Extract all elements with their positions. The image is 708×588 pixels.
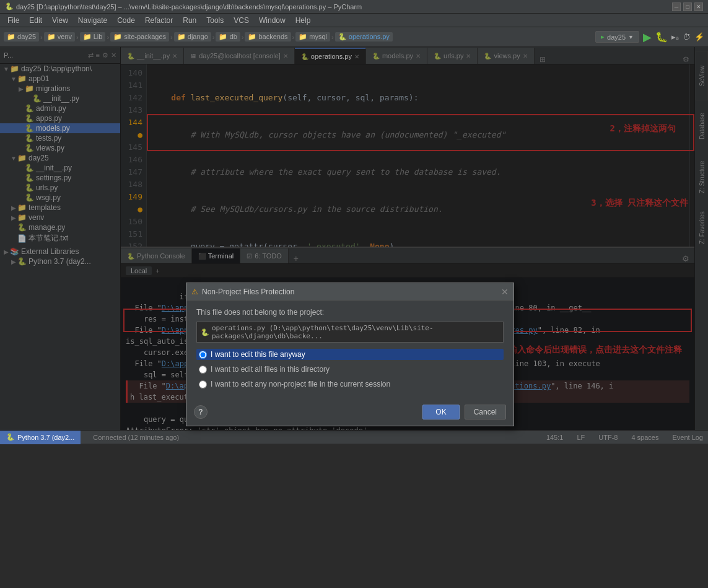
breadcrumb-sep6: › — [242, 33, 244, 41]
breadcrumb-site[interactable]: 📁 site-packages — [110, 32, 169, 42]
menu-refactor[interactable]: Refactor — [140, 15, 178, 26]
breadcrumb-venv[interactable]: 📁 venv — [44, 32, 75, 42]
breadcrumb-sep8: › — [331, 33, 334, 41]
dialog-title-bar: ⚠ Non-Project Files Protection ✕ — [186, 283, 514, 301]
dialog-footer: ? OK Cancel — [186, 401, 514, 426]
dialog-title-text: Non-Project Files Protection — [202, 287, 294, 296]
dialog-cancel-button[interactable]: Cancel — [465, 405, 506, 419]
status-connected[interactable]: Connected (12 minutes ago) — [93, 434, 179, 441]
file-path-text: operations.py (D:\app\python\test\day25\… — [212, 324, 499, 340]
menu-file[interactable]: File — [2, 15, 24, 26]
debug-button[interactable]: 🐛 — [655, 31, 668, 43]
radio-label-3: I want to edit any non-project file in t… — [211, 380, 390, 388]
profile-button[interactable]: ⏱ — [683, 32, 691, 42]
dialog-file-path: 🐍 operations.py (D:\app\python\test\day2… — [196, 322, 504, 343]
breadcrumb-sep2: › — [76, 33, 79, 41]
run-button[interactable]: ▶ — [643, 30, 652, 44]
radio-input-2[interactable] — [199, 366, 207, 374]
menu-tools[interactable]: Tools — [201, 15, 229, 26]
dialog: ⚠ Non-Project Files Protection ✕ This fi… — [186, 283, 514, 426]
breadcrumb-lib[interactable]: 📁 Lib — [80, 32, 106, 42]
menu-edit[interactable]: Edit — [24, 15, 47, 26]
dialog-description: This file does not belong to the project… — [196, 308, 504, 317]
status-indent[interactable]: 4 spaces — [631, 434, 658, 441]
more-actions-button[interactable]: ⚡ — [694, 32, 704, 42]
breadcrumb-sep1: › — [40, 33, 43, 41]
breadcrumb-operations[interactable]: 🐍 operations.py — [335, 32, 393, 42]
breadcrumb-day25[interactable]: 📁 day25 — [4, 32, 39, 42]
close-btn[interactable]: ✕ — [694, 2, 703, 11]
breadcrumb-sep7: › — [292, 33, 295, 41]
menu-run[interactable]: Run — [178, 15, 201, 26]
toolbar-breadcrumbs: 📁 day25 › 📁 venv › 📁 Lib › 📁 site-packag… — [4, 32, 593, 42]
menu-bar: File Edit View Navigate Code Refactor Ru… — [0, 14, 708, 27]
breadcrumb-django[interactable]: 📁 django — [174, 32, 211, 42]
dialog-title-icon: ⚠ — [191, 287, 198, 296]
toolbar: 📁 day25 › 📁 venv › 📁 Lib › 📁 site-packag… — [0, 27, 708, 47]
dialog-body: This file does not belong to the project… — [186, 301, 514, 401]
dialog-close-button[interactable]: ✕ — [501, 287, 509, 297]
radio-label-1: I want to edit this file anyway — [211, 350, 305, 359]
app-icon: 🐍 — [5, 2, 14, 11]
breadcrumb-sep3: › — [107, 33, 109, 41]
menu-navigate[interactable]: Navigate — [73, 15, 112, 26]
status-encoding[interactable]: UTF-8 — [598, 434, 618, 441]
radio-option-3[interactable]: I want to edit any non-project file in t… — [196, 379, 504, 390]
radio-option-2[interactable]: I want to edit all files in this directo… — [196, 364, 504, 375]
radio-label-2: I want to edit all files in this directo… — [211, 365, 330, 374]
file-path-icon: 🐍 — [201, 328, 209, 336]
window-controls: ─ □ ✕ — [672, 2, 703, 11]
menu-vcs[interactable]: VCS — [229, 15, 254, 26]
status-console-btn[interactable]: 🐍 Python 3.7 (day2... — [0, 431, 81, 444]
breadcrumb-db[interactable]: 📁 db — [216, 32, 240, 42]
menu-window[interactable]: Window — [254, 15, 291, 26]
status-bar: 🐍 Python 3.7 (day2... Connected (12 minu… — [0, 430, 708, 444]
minimize-btn[interactable]: ─ — [672, 2, 681, 11]
status-line-ending[interactable]: LF — [577, 434, 585, 441]
radio-input-3[interactable] — [199, 380, 207, 388]
toolbar-right: ▸ day25 ▼ ▶ 🐛 ▸ₐ ⏱ ⚡ — [595, 30, 704, 44]
dialog-ok-button[interactable]: OK — [422, 405, 459, 419]
breadcrumb-backends[interactable]: 📁 backends — [245, 32, 291, 42]
breadcrumb-sep5: › — [212, 33, 215, 41]
breadcrumb-sep4: › — [170, 33, 173, 41]
title-text: day25 [D:\app\python\test\day25] – ...\v… — [16, 3, 672, 11]
status-python-label: Python 3.7 (day2... — [17, 434, 74, 441]
status-line-col[interactable]: 145:1 — [546, 434, 564, 441]
maximize-btn[interactable]: □ — [683, 2, 692, 11]
run-config-selector[interactable]: ▸ day25 ▼ — [595, 31, 639, 43]
status-event-log[interactable]: Event Log — [672, 434, 703, 441]
dialog-help-button[interactable]: ? — [194, 405, 208, 419]
breadcrumb-mysql[interactable]: 📁 mysql — [295, 32, 330, 42]
menu-code[interactable]: Code — [112, 15, 140, 26]
radio-input-1[interactable] — [199, 351, 207, 359]
title-bar: 🐍 day25 [D:\app\python\test\day25] – ...… — [0, 0, 708, 14]
dialog-overlay: ⚠ Non-Project Files Protection ✕ This fi… — [0, 47, 708, 430]
menu-view[interactable]: View — [47, 15, 73, 26]
menu-help[interactable]: Help — [291, 15, 316, 26]
coverage-button[interactable]: ▸ₐ — [671, 32, 679, 42]
radio-option-1[interactable]: I want to edit this file anyway — [196, 349, 504, 360]
